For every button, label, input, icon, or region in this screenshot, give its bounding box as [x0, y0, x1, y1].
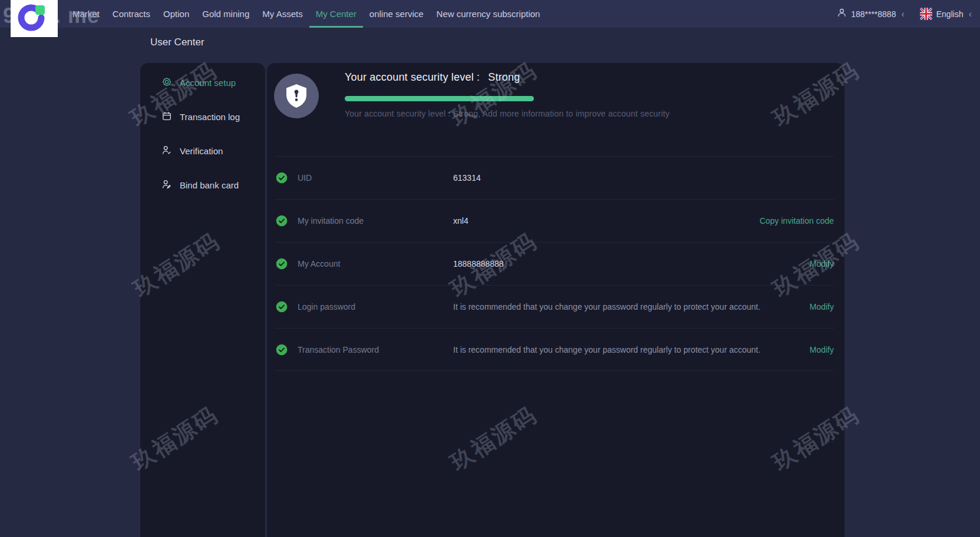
- nav-item-online-service[interactable]: online service: [363, 0, 430, 28]
- modify-account-link[interactable]: Modify: [810, 259, 834, 268]
- gear-icon: [161, 77, 172, 89]
- row-value: 18888888888: [453, 259, 810, 268]
- security-level-label: Your account security level :: [345, 71, 480, 83]
- nav-item-gold-mining[interactable]: Gold mining: [196, 0, 256, 28]
- sidebar-item-label: Verification: [180, 146, 223, 156]
- row-login-password: Login password It is recommended that yo…: [275, 285, 834, 328]
- site-logo[interactable]: [11, 0, 58, 37]
- security-header: Your account security level :Strong Your…: [267, 63, 844, 156]
- row-value: It is recommended that you change your p…: [453, 302, 810, 311]
- security-subtitle: Your account security level : Strong, Ad…: [345, 109, 669, 118]
- user-card-icon: [161, 179, 172, 191]
- security-progress-bar: [345, 96, 534, 101]
- row-my-account: My Account 18888888888 Modify: [275, 242, 834, 285]
- navbar-right: 188****8888 ‹ English ‹: [837, 8, 980, 20]
- sidebar-item-verification[interactable]: Verification: [140, 134, 265, 168]
- modify-transaction-password-link[interactable]: Modify: [810, 345, 834, 354]
- logo-icon: [11, 0, 58, 37]
- check-circle-icon: [276, 258, 288, 270]
- sidebar-item-label: Account setup: [180, 78, 236, 88]
- row-value: It is recommended that you change your p…: [453, 345, 810, 354]
- row-transaction-password: Transaction Password It is recommended t…: [275, 328, 834, 371]
- sidebar-item-label: Bind bank card: [180, 180, 239, 190]
- nav-item-my-assets[interactable]: My Assets: [256, 0, 309, 28]
- row-label: UID: [298, 173, 453, 183]
- sidebar-item-transaction-log[interactable]: Transaction log: [140, 100, 265, 134]
- main-menu: Market Contracts Option Gold mining My A…: [66, 0, 546, 28]
- uk-flag-icon: [920, 8, 932, 20]
- check-circle-icon: [276, 215, 288, 227]
- account-rows: UID 613314 My invitation code xnl4 Copy …: [275, 156, 834, 371]
- row-invitation-code: My invitation code xnl4 Copy invitation …: [275, 199, 834, 242]
- language-dropdown[interactable]: English ‹: [920, 8, 972, 20]
- nav-item-my-center[interactable]: My Center: [309, 0, 363, 28]
- shield-icon: [285, 84, 308, 108]
- account-dropdown[interactable]: 188****8888 ‹: [837, 8, 905, 20]
- chevron-icon: ‹: [968, 9, 972, 19]
- language-label: English: [936, 9, 963, 19]
- user-icon: [837, 8, 847, 20]
- chevron-icon: ‹: [900, 9, 904, 19]
- row-label: My invitation code: [298, 216, 453, 226]
- user-center-page: Market Contracts Option Gold mining My A…: [0, 0, 980, 537]
- nav-item-new-currency-subscription[interactable]: New currency subscription: [430, 0, 547, 28]
- sidebar-item-account-setup[interactable]: Account setup: [140, 65, 265, 100]
- user-check-icon: [161, 145, 172, 157]
- row-uid: UID 613314: [275, 156, 834, 199]
- security-summary: Your account security level :Strong Your…: [345, 71, 669, 118]
- row-label: Login password: [298, 302, 453, 311]
- nav-item-contracts[interactable]: Contracts: [106, 0, 157, 28]
- security-level-value: Strong: [488, 71, 520, 83]
- page-title: User Center: [150, 37, 204, 48]
- check-circle-icon: [276, 172, 288, 184]
- row-label: My Account: [298, 259, 453, 268]
- user-phone: 188****8888: [851, 9, 896, 19]
- modify-login-password-link[interactable]: Modify: [810, 302, 834, 311]
- row-label: Transaction Password: [298, 345, 453, 354]
- calendar-icon: [161, 111, 172, 123]
- nav-item-option[interactable]: Option: [157, 0, 196, 28]
- account-setup-panel: Your account security level :Strong Your…: [267, 63, 844, 537]
- shield-avatar: [274, 74, 319, 118]
- sidebar-item-bind-bank-card[interactable]: Bind bank card: [140, 168, 265, 202]
- top-navbar: Market Contracts Option Gold mining My A…: [0, 0, 980, 28]
- copy-invitation-code-link[interactable]: Copy invitation code: [760, 216, 834, 226]
- row-value: 613314: [453, 173, 834, 183]
- sidebar-item-label: Transaction log: [180, 112, 240, 122]
- security-level-title: Your account security level :Strong: [345, 71, 669, 84]
- sidebar: Account setup Transaction log Verificati…: [140, 63, 265, 537]
- check-circle-icon: [276, 344, 288, 356]
- check-circle-icon: [276, 301, 288, 313]
- row-value: xnl4: [453, 216, 760, 226]
